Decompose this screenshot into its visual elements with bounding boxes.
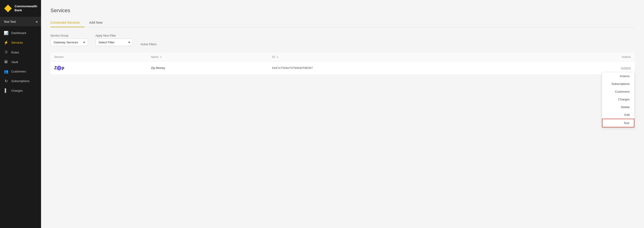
service-group-select[interactable]: Gateway Services [50, 39, 88, 46]
user-menu[interactable]: Test Test ◀ [0, 17, 41, 26]
apply-filter-group: Apply New Filter Select Filter [96, 34, 133, 46]
col-name[interactable]: Name ⇅ [147, 52, 268, 62]
sidebar-item-label: Charges [11, 89, 23, 92]
dropdown-item-delete[interactable]: Delete [602, 103, 634, 111]
sort-arrow-name: ⇅ [160, 56, 162, 58]
dashboard-icon: 📊 [4, 31, 8, 35]
sidebar-item-label: Subscriptions [11, 79, 30, 83]
sort-arrow-id: ⇅ [276, 56, 278, 58]
services-table: Service Name ⇅ ID ⇅ Actions [50, 52, 634, 74]
service-name-cell: Zip Money [147, 62, 268, 74]
dropdown-item-edit[interactable]: Edit [602, 111, 634, 119]
service-group-filter: Service Group Gateway Services [50, 34, 88, 46]
sidebar-item-vault[interactable]: 🏛 Vault [0, 57, 41, 66]
tab-connected-services[interactable]: Connected Services [50, 18, 84, 27]
sidebar-item-services[interactable]: ⚡ Services [0, 38, 41, 48]
sidebar-item-subscriptions[interactable]: ↻ Subscriptions [0, 76, 41, 86]
logo-icon [4, 4, 12, 13]
zip-p: p [62, 66, 64, 70]
active-filters-label: Active Filters [140, 43, 157, 46]
dropdown-item-charges[interactable]: Charges [602, 96, 634, 103]
logo-text: Commonwealth Bank [14, 4, 37, 12]
dropdown-item-subscriptions[interactable]: Subscriptions [602, 80, 634, 88]
col-actions: Actions [537, 52, 634, 62]
service-group-label: Service Group [50, 34, 88, 37]
main-content: Services Connected Services Add New Serv… [41, 0, 644, 228]
active-filters-group: Active Filters [140, 43, 157, 46]
sidebar-item-rules[interactable]: Rules [0, 48, 41, 57]
services-icon: ⚡ [4, 40, 8, 45]
sidebar-item-label: Dashboard [11, 31, 26, 35]
sidebar-item-dashboard[interactable]: 📊 Dashboard [0, 28, 41, 38]
apply-filter-select[interactable]: Select Filter [96, 39, 133, 46]
sidebar-item-label: Vault [11, 60, 18, 64]
sidebar-nav: 📊 Dashboard ⚡ Services Rules 🏛 Vault 👥 C… [0, 26, 41, 228]
service-id-cell: 6447ef594efd7946ddf0036f [268, 62, 537, 74]
apply-filter-label: Apply New Filter [96, 34, 133, 37]
rules-icon [4, 50, 8, 55]
user-name: Test Test [4, 20, 16, 24]
actions-dropdown-menu: Actions Subscriptions Customers Charges … [602, 72, 634, 128]
tab-add-new[interactable]: Add New [89, 18, 107, 27]
subscriptions-icon: ↻ [4, 79, 8, 83]
table-row: Z i p Zip Money 6447ef594efd7946ddf0036f… [50, 62, 634, 74]
sidebar-item-label: Rules [11, 51, 19, 54]
zip-o: i [57, 66, 62, 70]
zip-logo: Z i p [54, 66, 144, 70]
zip-z: Z [54, 66, 56, 70]
sidebar: Commonwealth Bank Test Test ◀ 📊 Dashboar… [0, 0, 41, 228]
actions-cell: Actions Actions Subscriptions Customers … [537, 62, 634, 74]
dropdown-item-test[interactable]: Test [602, 119, 634, 127]
table-header-row: Service Name ⇅ ID ⇅ Actions [50, 52, 634, 62]
svg-marker-0 [4, 5, 12, 12]
sidebar-item-label: Customers [11, 70, 26, 73]
col-service: Service [50, 52, 147, 62]
sidebar-item-charges[interactable]: ▌ Charges [0, 86, 41, 95]
filters-row: Service Group Gateway Services Apply New… [50, 34, 634, 46]
table-container: Service Name ⇅ ID ⇅ Actions [50, 52, 634, 74]
vault-icon: 🏛 [4, 60, 8, 64]
tabs-container: Connected Services Add New [50, 18, 634, 28]
sidebar-item-customers[interactable]: 👥 Customers [0, 66, 41, 76]
dropdown-item-actions[interactable]: Actions [602, 72, 634, 80]
dropdown-item-customers[interactable]: Customers [602, 88, 634, 96]
chevron-left-icon: ◀ [36, 20, 37, 23]
sidebar-item-label: Services [11, 41, 23, 44]
charges-icon: ▌ [4, 88, 8, 93]
actions-button[interactable]: Actions [621, 66, 631, 70]
col-id[interactable]: ID ⇅ [268, 52, 537, 62]
page-title: Services [50, 8, 634, 14]
customers-icon: 👥 [4, 69, 8, 74]
service-logo-cell: Z i p [50, 62, 147, 74]
logo-area: Commonwealth Bank [0, 0, 41, 17]
